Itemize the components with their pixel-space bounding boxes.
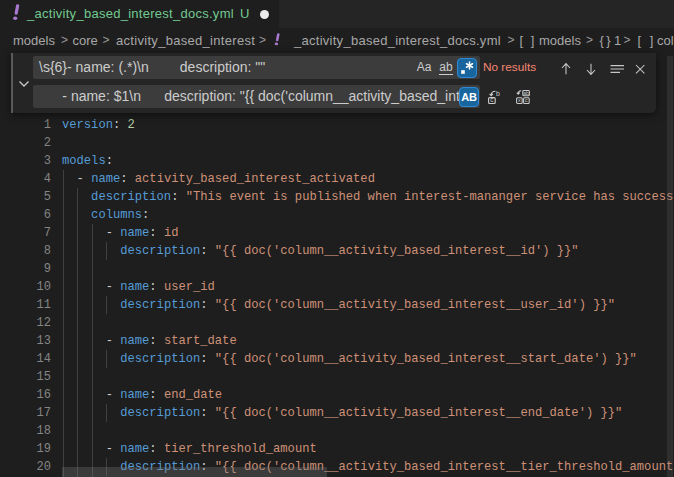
svg-text:b: b <box>496 90 500 97</box>
svg-text:c: c <box>525 97 528 103</box>
svg-text:ab: ab <box>523 90 529 96</box>
svg-text:x: x <box>518 97 521 103</box>
